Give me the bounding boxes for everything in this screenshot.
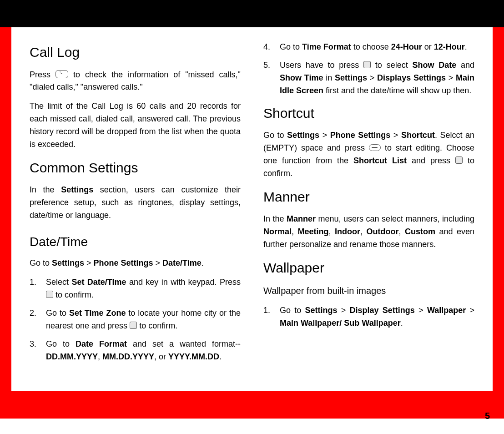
text: Press (30, 70, 55, 79)
text: , (360, 227, 366, 236)
manner-p: In the Manner menu, users can select man… (263, 213, 474, 251)
bold: Displays Settings (377, 73, 446, 82)
right-column: 4. Go to Time Format to choose 24-Hour o… (263, 41, 474, 373)
top-black-bar (0, 0, 504, 27)
bold: Phone Settings (94, 258, 153, 267)
text: and set a wanted format-- (127, 339, 241, 348)
datetime-intro: Go to Settings > Phone Settings > Date/T… (30, 257, 241, 270)
ok-key-icon (363, 61, 371, 68)
phone-key-icon (55, 70, 68, 78)
li-body: Go to Date Format and set a wanted forma… (46, 338, 241, 363)
text: , (398, 227, 404, 236)
text: > (446, 73, 456, 82)
li-body: Go to Settings > Display Settings > Wall… (280, 304, 474, 330)
text: > (367, 73, 377, 82)
text: Go to (30, 258, 52, 267)
text: in (323, 73, 335, 82)
bold: Shortcut (401, 131, 435, 140)
num: 4. (263, 41, 280, 54)
text: > (466, 306, 474, 315)
datetime-list: 1. Select Set Date/Time and key in with … (30, 276, 241, 363)
text: . (465, 42, 467, 51)
text: to confirm. (53, 290, 94, 299)
bold: Meeting (298, 227, 329, 236)
text: . (219, 352, 222, 361)
heading-manner: Manner (263, 187, 474, 208)
list-item: 1. Go to Settings > Display Settings > W… (263, 304, 474, 330)
li-body: Users have to press to select Show Date … (280, 59, 474, 97)
page-content: Call Log Press to check the information … (11, 27, 493, 391)
text: to select (371, 61, 412, 70)
page-number: 5 (485, 411, 490, 421)
text: and press (407, 156, 455, 165)
bold: Settings (61, 185, 93, 194)
text: > (390, 131, 401, 140)
call-log-p1: Press to check the information of "misse… (30, 69, 241, 94)
heading-shortcut: Shortcut (263, 103, 474, 124)
bold: YYYY.MM.DD (168, 352, 219, 361)
bold: Settings (52, 258, 84, 267)
bold: Wallpaper (427, 306, 466, 315)
left-column: Call Log Press to check the information … (30, 41, 241, 373)
list-item: 4. Go to Time Format to choose 24-Hour o… (263, 41, 474, 54)
bold: Date/Time (162, 258, 202, 267)
ok-key-icon (46, 291, 53, 298)
bold: Date Format (76, 339, 127, 348)
heading-call-log: Call Log (30, 42, 241, 63)
bold: Settings (287, 131, 319, 140)
li-body: Go to Time Format to choose 24-Hour or 1… (280, 41, 474, 54)
text: and (456, 61, 474, 70)
bold: Settings (305, 306, 338, 315)
shortcut-p: Go to Settings > Phone Settings > Shortc… (263, 129, 474, 180)
bold: Time Format (302, 42, 351, 51)
bold: Set Time Zone (69, 308, 126, 318)
text: first and the date/time will show up the… (323, 86, 471, 95)
text: Users have to press (280, 61, 363, 70)
bottom-red-bar: 5 (11, 391, 493, 419)
soft-key-icon (369, 144, 381, 151)
text: Go to (263, 131, 287, 140)
bold: Manner (287, 214, 316, 223)
num: 1. (263, 304, 280, 330)
text: , or (154, 352, 168, 361)
text: , (98, 352, 102, 361)
bold: Indoor (335, 227, 360, 236)
heading-date-time: Date/Time (30, 232, 241, 252)
heading-common-settings: Common Settings (30, 157, 241, 179)
bold: Custom (405, 227, 435, 236)
text: , (292, 227, 297, 236)
bold: Show Date (412, 61, 456, 70)
text: and key in with keypad. Press (126, 278, 241, 287)
num: 3. (30, 338, 46, 363)
bold: 12-Hour (434, 42, 465, 51)
num: 5. (263, 59, 280, 97)
list-item: 3. Go to Date Format and set a wanted fo… (30, 338, 241, 363)
num: 2. (30, 307, 46, 333)
list-item: 1. Select Set Date/Time and key in with … (30, 276, 241, 302)
text: to choose (351, 42, 391, 51)
text: Select (46, 278, 71, 287)
bold: Settings (335, 73, 367, 82)
text: Go to (46, 339, 76, 348)
text: Go to (46, 308, 69, 318)
bold: Shortcut List (353, 156, 407, 165)
bold: DD.MM.YYYY (46, 352, 98, 361)
text: Go to (280, 42, 302, 51)
text: In the (30, 185, 61, 194)
text: > (84, 258, 94, 267)
bold: Phone Settings (330, 131, 391, 140)
text: . (401, 318, 403, 328)
text: > (415, 306, 427, 315)
bold: Show Time (280, 73, 323, 82)
ok-key-icon (455, 156, 463, 164)
bold: Outdoor (366, 227, 398, 236)
bold: Main Wallpaper/ Sub Wallpaper (280, 318, 401, 328)
red-frame: Call Log Press to check the information … (0, 27, 504, 419)
bold: MM.DD.YYYY (102, 352, 154, 361)
text: In the (263, 214, 287, 223)
heading-wallpaper: Wallpaper (263, 257, 474, 279)
text: , (329, 227, 335, 236)
text: or (422, 42, 434, 51)
text: > (338, 306, 350, 315)
bold: Normal (263, 227, 292, 236)
